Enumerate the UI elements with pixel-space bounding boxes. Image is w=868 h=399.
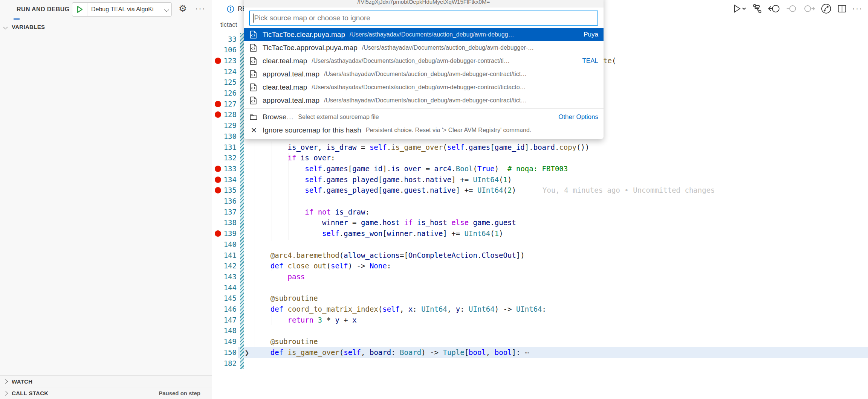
line-number[interactable]: 144	[212, 282, 237, 293]
line-number[interactable]: 126	[212, 88, 237, 99]
chevron-right-icon	[3, 391, 8, 396]
quickpick-item[interactable]: TicTacToe.approval.puya.map/Users/asthay…	[244, 41, 604, 54]
quickpick-ignore-item[interactable]: ✕ Ignore sourcemap for this hash Persist…	[244, 123, 604, 137]
code-line-147[interactable]: 147 return 3 * y + x	[212, 315, 868, 326]
line-number[interactable]: 33	[212, 34, 237, 45]
quickpick-item[interactable]: clear.teal.map/Users/asthayadav/Document…	[244, 54, 604, 67]
quickpick-browse-item[interactable]: Browse… Select external sourcemap file O…	[244, 110, 604, 123]
code-line-148[interactable]: 148	[212, 325, 868, 336]
line-number[interactable]: 123	[212, 55, 237, 66]
code-line-144[interactable]: 144	[212, 282, 868, 293]
code-line-150[interactable]: 150❯ def is_game_over(self, board: Board…	[212, 347, 868, 358]
quickpick-separator	[244, 108, 604, 109]
sidebar-more-actions[interactable]: ···	[195, 4, 206, 14]
start-debug-button[interactable]	[72, 3, 87, 16]
line-number[interactable]: 148	[212, 325, 237, 336]
line-number[interactable]: 140	[212, 239, 237, 250]
code-text: @arc4.baremethod(allow_actions=[OnComple…	[253, 250, 525, 261]
split-editor-button[interactable]	[837, 4, 847, 14]
line-number[interactable]: 143	[212, 271, 237, 282]
code-line-149[interactable]: 149 @subroutine	[212, 336, 868, 347]
sidebar-title: RUN AND DEBUG	[17, 6, 70, 13]
code-text: self.games[game_id].is_over = arc4.Bool(…	[253, 163, 568, 174]
line-number[interactable]: 134	[212, 174, 237, 185]
line-number[interactable]: 129	[212, 120, 237, 131]
code-line-131[interactable]: 131 is_over, is_draw = self.is_game_over…	[212, 142, 868, 153]
quickpick-item[interactable]: clear.teal.map/Users/asthayadav/Document…	[244, 81, 604, 94]
fold-chevron-icon[interactable]: ❯	[245, 347, 249, 358]
code-text: if is_over:	[253, 152, 335, 163]
line-number[interactable]: 124	[212, 66, 237, 77]
line-number[interactable]: 139	[212, 228, 237, 239]
chevron-down-icon	[3, 24, 8, 29]
line-number[interactable]: 182	[212, 358, 237, 369]
other-options-link[interactable]: Other Options	[558, 113, 598, 121]
run-and-debug-sidebar: RUN AND DEBUG Debug TEAL via AlgoKi ⚙ ··…	[0, 0, 212, 399]
watch-label: WATCH	[12, 378, 32, 385]
code-line-141[interactable]: 141 @arc4.baremethod(allow_actions=[OnCo…	[212, 250, 868, 261]
code-line-136[interactable]: 136	[212, 196, 868, 207]
code-line-145[interactable]: 145 @subroutine	[212, 293, 868, 304]
file-code-icon	[250, 70, 258, 78]
gear-icon[interactable]: ⚙	[179, 3, 187, 14]
line-number[interactable]: 150	[212, 347, 237, 358]
breadcrumb[interactable]: tictact	[220, 21, 237, 29]
sourcemap-name: clear.teal.map	[263, 83, 307, 91]
play-icon	[76, 6, 83, 13]
watch-section-header[interactable]: WATCH	[0, 375, 212, 387]
sourcemap-name: TicTacToe.approval.puya.map	[263, 44, 358, 52]
editor-more-actions[interactable]: ···	[852, 4, 863, 14]
line-number[interactable]: 145	[212, 293, 237, 304]
line-number[interactable]: 146	[212, 304, 237, 315]
line-number[interactable]: 147	[212, 315, 237, 326]
run-or-debug-button[interactable]	[732, 4, 747, 14]
code-line-140[interactable]: 140	[212, 239, 868, 250]
previous-change-button[interactable]	[768, 4, 781, 14]
line-number[interactable]: 128	[212, 109, 237, 120]
line-number[interactable]: 141	[212, 250, 237, 261]
code-line-135[interactable]: 135 self.games_played[game.guest.native]…	[212, 185, 868, 196]
line-number[interactable]: 136	[212, 196, 237, 207]
quickpick-list: TicTacToe.clear.puya.map/Users/asthayada…	[244, 28, 604, 107]
line-number[interactable]: 137	[212, 207, 237, 218]
line-number[interactable]: 142	[212, 260, 237, 271]
line-number[interactable]: 132	[212, 152, 237, 163]
code-line-132[interactable]: 132 if is_over:	[212, 152, 868, 163]
quickpick-item[interactable]: approval.teal.map/Users/asthayadav/Docum…	[244, 67, 604, 81]
quickpick-item[interactable]: TicTacToe.clear.puya.map/Users/asthayada…	[244, 28, 604, 41]
code-line-138[interactable]: 138 winner = game.host if is_host else g…	[212, 217, 868, 228]
line-number[interactable]: 149	[212, 336, 237, 347]
quickpick-input[interactable]: Pick source map or choose to ignore	[249, 11, 598, 26]
code-text: return 3 * y + x	[253, 315, 357, 326]
sourcemap-name: approval.teal.map	[263, 70, 319, 78]
ignore-description: Persistent choice. Reset via '> Clear AV…	[366, 127, 598, 134]
code-text: @subroutine	[253, 293, 318, 304]
line-number[interactable]: 127	[212, 99, 237, 110]
debug-config-select[interactable]: Debug TEAL via AlgoKi	[72, 2, 172, 17]
quickpick-item[interactable]: approval.teal.map/Users/asthayadav/Docum…	[244, 94, 604, 107]
code-line-182[interactable]: 182	[212, 358, 868, 369]
git-blame-annotation: You, 4 minutes ago • Uncommitted changes	[542, 185, 715, 196]
code-line-139[interactable]: 139 self.games_won[winner.native] += UIn…	[212, 228, 868, 239]
git-graph-icon[interactable]	[821, 3, 832, 14]
line-number[interactable]: 133	[212, 163, 237, 174]
code-line-137[interactable]: 137 if not is_draw:	[212, 207, 868, 218]
line-number[interactable]: 125	[212, 77, 237, 88]
code-text: def is_game_over(self, board: Board) -> …	[253, 347, 529, 358]
line-number[interactable]: 138	[212, 217, 237, 228]
line-number[interactable]: 106	[212, 44, 237, 55]
line-number[interactable]: 130	[212, 131, 237, 142]
line-number[interactable]: 131	[212, 142, 237, 153]
paused-status-badge: Paused on step	[159, 390, 200, 396]
code-line-133[interactable]: 133 self.games[game_id].is_over = arc4.B…	[212, 163, 868, 174]
line-number[interactable]: 135	[212, 185, 237, 196]
route-icon[interactable]	[752, 3, 763, 14]
variables-section-header[interactable]: VARIABLES	[0, 21, 212, 32]
call-stack-section-header[interactable]: CALL STACK Paused on step	[0, 387, 212, 399]
code-line-142[interactable]: 142 def close_out(self) -> None:	[212, 260, 868, 271]
variables-label: VARIABLES	[12, 24, 45, 30]
code-line-143[interactable]: 143 pass	[212, 271, 868, 282]
code-line-146[interactable]: 146 def coord_to_matrix_index(self, x: U…	[212, 304, 868, 315]
text-caret	[253, 14, 254, 23]
code-line-134[interactable]: 134 self.games_played[game.host.native] …	[212, 174, 868, 185]
